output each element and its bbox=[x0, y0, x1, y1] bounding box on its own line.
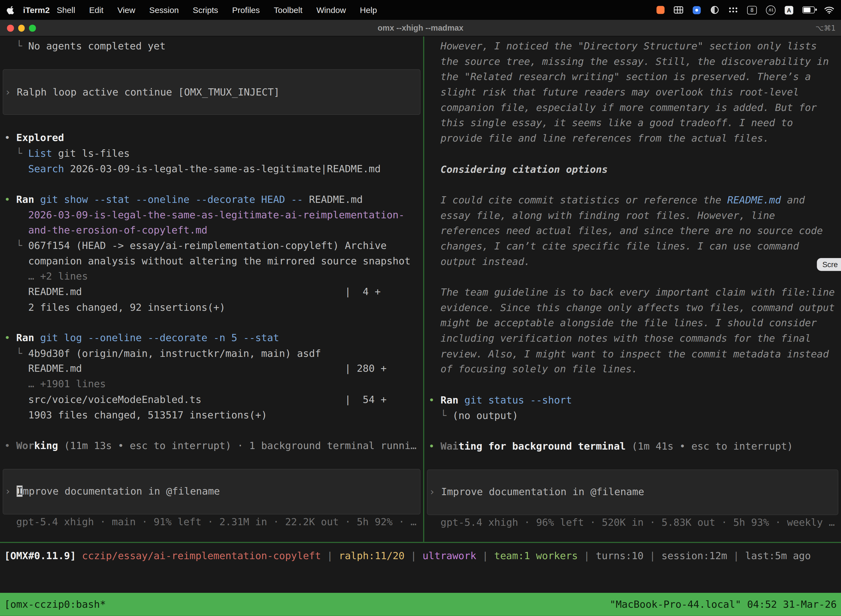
text-segment: essay file, along with finding root file… bbox=[428, 210, 775, 221]
text-segment: provide file and line references from th… bbox=[428, 132, 769, 144]
terminal-pane-right[interactable]: However, I noticed the "Directory Struct… bbox=[424, 37, 841, 542]
text-segment: turns:10 bbox=[596, 550, 643, 561]
window-grid-icon[interactable] bbox=[674, 6, 683, 14]
input-source-icon[interactable]: A bbox=[785, 6, 793, 14]
terminal-line: and-the-erosion-of-copyleft.md bbox=[0, 223, 423, 238]
menu-item-help[interactable]: Help bbox=[360, 5, 377, 14]
text-segment: Wai bbox=[440, 440, 458, 452]
text-segment: and-the-erosion-of-copyleft.md bbox=[4, 224, 208, 236]
terminal-line: • Explored bbox=[0, 131, 423, 146]
key-8-icon[interactable]: 8 bbox=[747, 6, 757, 14]
tmux-status-bar: [omx-cczip0:bash* "MacBook-Pro-44.local"… bbox=[0, 593, 841, 616]
menu-item-app[interactable]: iTerm2 bbox=[23, 5, 50, 15]
blank-line bbox=[0, 454, 423, 469]
terminal-line: essay file, along with finding root file… bbox=[424, 208, 841, 223]
text-segment: review. Also, I might want to inspect th… bbox=[428, 348, 829, 359]
terminal-line: Search 2026-03-09-is-legal-the-same-as-l… bbox=[0, 161, 423, 177]
terminal-line: slight risk that future readers may over… bbox=[424, 85, 841, 100]
text-segment: slight risk that future readers may over… bbox=[428, 87, 799, 98]
terminal-line: └ No agents completed yet bbox=[0, 39, 423, 54]
blank-line bbox=[0, 315, 423, 331]
text-segment: └ bbox=[4, 348, 28, 359]
window-controls bbox=[7, 25, 35, 31]
prompt-input-right[interactable]: › Improve documentation in @filename bbox=[427, 469, 838, 515]
text-segment: team:1 workers bbox=[494, 550, 578, 561]
terminal-line: • Ran git show --stat --oneline --decora… bbox=[0, 192, 423, 208]
close-button[interactable] bbox=[7, 25, 13, 31]
text-segment: List bbox=[28, 147, 52, 159]
blank-line bbox=[0, 115, 423, 131]
menu-item-window[interactable]: Window bbox=[316, 5, 346, 14]
terminal-line: the "Related research writing" section i… bbox=[424, 69, 841, 85]
text-segment: gpt-5.4 xhigh · main · 91% left · 2.31M … bbox=[4, 516, 417, 528]
zoom-button[interactable] bbox=[29, 25, 35, 31]
minimize-button[interactable] bbox=[18, 25, 25, 31]
text-segment: including verification notes with those … bbox=[428, 333, 811, 344]
terminal-line: • Working (11m 13s • esc to interrupt) ·… bbox=[0, 438, 423, 454]
wifi-icon[interactable] bbox=[824, 6, 835, 14]
dots-grid-icon[interactable] bbox=[728, 6, 738, 14]
text-segment: gpt-5.4 xhigh · 96% left · 520K in · 5.8… bbox=[428, 517, 835, 528]
text-segment: 1903 files changed, 513517 insertions(+) bbox=[4, 409, 267, 420]
blank-line bbox=[424, 269, 841, 285]
text-segment: this single essay, it seems like a good … bbox=[428, 117, 793, 129]
terminal-line: companion file, especially if more comme… bbox=[424, 100, 841, 116]
text-segment: › bbox=[5, 86, 16, 97]
menu-item-profiles[interactable]: Profiles bbox=[232, 5, 259, 14]
text-segment: Considering citation options bbox=[428, 163, 608, 175]
terminal-line: I could cite commit statistics or refere… bbox=[424, 193, 841, 208]
menu-status-icons: 8 .61 A bbox=[656, 5, 834, 15]
text-segment: companion file, especially if more comme… bbox=[428, 102, 817, 113]
terminal-line: references need actual files, and since … bbox=[424, 223, 841, 239]
menu-item-toolbelt[interactable]: Toolbelt bbox=[274, 5, 302, 14]
text-segment: of focusing solely on file lines. bbox=[428, 364, 638, 375]
menu-item-session[interactable]: Session bbox=[149, 5, 179, 14]
text-segment: • bbox=[4, 132, 16, 143]
text-segment: | bbox=[321, 550, 339, 561]
apple-menu-icon[interactable] bbox=[6, 5, 15, 15]
menu-item-view[interactable]: View bbox=[117, 5, 135, 14]
text-segment: last:5m ago bbox=[745, 550, 811, 561]
text-segment: src/voice/voiceModeEnabled.ts | 54 + bbox=[4, 393, 387, 405]
terminal-pane-left[interactable]: └ No agents completed yet› Ralph loop ac… bbox=[0, 37, 424, 542]
dark-app-icon[interactable] bbox=[710, 5, 719, 14]
text-segment: | bbox=[643, 550, 661, 561]
terminal-line: … +2 lines bbox=[0, 269, 423, 285]
text-segment: git log --oneline --decorate -n 5 --stat bbox=[40, 332, 279, 343]
recording-indicator-icon[interactable] bbox=[656, 6, 664, 14]
terminal-line: └ 067f154 (HEAD -> essay/ai-reimplementa… bbox=[0, 238, 423, 254]
text-segment: No agents completed yet bbox=[28, 40, 166, 51]
prompt-input-left[interactable]: › Improve documentation in @filename bbox=[3, 469, 420, 515]
menu-item-shell[interactable]: Shell bbox=[57, 5, 75, 14]
title-bar[interactable]: omx --xhigh --madmax ⌥⌘1 bbox=[0, 20, 841, 37]
blank-line bbox=[424, 377, 841, 393]
text-segment: Improve documentation in @filename bbox=[441, 486, 644, 497]
text-segment: · 1 background terminal runni… bbox=[237, 440, 417, 451]
text-segment: Search bbox=[28, 163, 64, 174]
stat-61-icon[interactable]: .61 bbox=[766, 5, 776, 15]
omx-status-line: [OMX#0.11.9] cczip/essay/ai-reimplementa… bbox=[0, 549, 841, 564]
terminal-line: └ (no output) bbox=[424, 408, 841, 423]
menu-item-edit[interactable]: Edit bbox=[89, 5, 104, 14]
text-segment: (11m 13s • esc to interrupt) bbox=[58, 440, 237, 451]
text-segment: output instead. bbox=[428, 256, 530, 267]
text-segment bbox=[4, 163, 28, 174]
terminal-line: 2 files changed, 92 insertions(+) bbox=[0, 300, 423, 315]
text-segment: • bbox=[4, 194, 16, 205]
blank-line bbox=[424, 177, 841, 193]
text-segment: README.md | 4 + bbox=[4, 286, 381, 297]
menu-item-scripts[interactable]: Scripts bbox=[193, 5, 218, 14]
text-segment: └ bbox=[4, 240, 28, 251]
tmux-session-window: [omx-cczip0:bash* bbox=[4, 598, 106, 610]
blue-app-icon[interactable] bbox=[693, 6, 701, 14]
battery-icon[interactable] bbox=[802, 6, 815, 13]
text-segment: • bbox=[4, 440, 16, 451]
terminal-line: └ 4b9d30f (origin/main, instructkr/main,… bbox=[0, 346, 423, 361]
window-title: omx --xhigh --madmax bbox=[0, 20, 841, 36]
text-segment: cczip/essay/ai-reimplementation-copyleft bbox=[82, 550, 321, 561]
text-segment: … +2 lines bbox=[4, 270, 88, 282]
terminal-line: 2026-03-09-is-legal-the-same-as-legitima… bbox=[0, 207, 423, 223]
blank-line bbox=[424, 423, 841, 439]
text-segment: references need actual files, and since … bbox=[428, 225, 823, 236]
text-segment: Ralph loop active continue [OMX_TMUX_INJ… bbox=[17, 86, 280, 97]
